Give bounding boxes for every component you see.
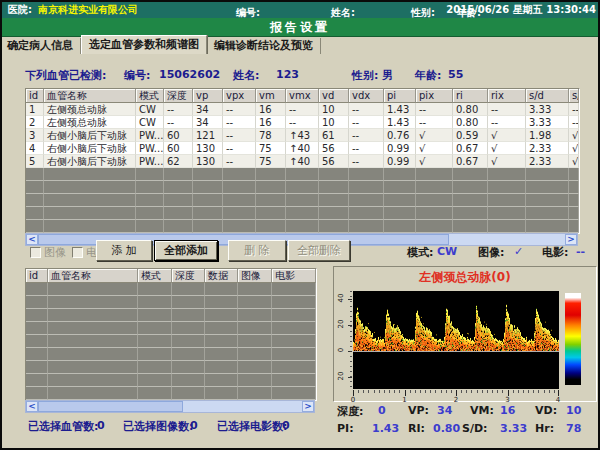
scroll-right-button[interactable]: > xyxy=(565,234,577,245)
cell: 34 xyxy=(193,103,223,116)
table-row[interactable]: 1左侧颈总动脉CW--34--16--10--1.43--0.80--3.33-… xyxy=(26,103,579,116)
empty-cell xyxy=(238,322,272,335)
column-header-深度: 深度 xyxy=(172,269,205,283)
scroll-thumb[interactable] xyxy=(38,401,183,412)
empty-cell xyxy=(205,335,238,348)
column-header-s/: s/ xyxy=(569,89,579,103)
empty-cell xyxy=(238,348,272,361)
cell: -- xyxy=(349,142,384,155)
cell: 5 xyxy=(26,155,44,168)
checkbox-cine[interactable] xyxy=(72,247,83,258)
cell: -- xyxy=(223,129,256,142)
empty-cell xyxy=(26,361,48,374)
cell: -- xyxy=(349,155,384,168)
scroll-right-button[interactable]: > xyxy=(302,401,314,412)
cell: -- xyxy=(569,116,579,129)
column-header-pix: pix xyxy=(416,89,453,103)
stat-label: VD: xyxy=(535,404,557,417)
empty-cell xyxy=(44,220,136,233)
empty-cell xyxy=(205,387,238,400)
column-header-id: id xyxy=(26,89,44,103)
empty-cell xyxy=(453,194,488,207)
patient-name-value: 123 xyxy=(276,68,299,81)
table-row[interactable]: 5右侧小脑后下动脉PW...62130--75↑4056--0.99√0.67√… xyxy=(26,155,579,168)
cell: 0.99 xyxy=(384,142,416,155)
column-header-pi: pi xyxy=(384,89,416,103)
add-all-button[interactable]: 全部添加 xyxy=(154,240,218,261)
gender-label: 性别: xyxy=(352,68,378,83)
empty-cell xyxy=(256,194,286,207)
empty-cell xyxy=(26,296,48,309)
cell: -- xyxy=(164,116,193,129)
cell: 左侧颈总动脉 xyxy=(44,116,136,129)
cell: 2.33 xyxy=(526,142,569,155)
scroll-left-button[interactable]: < xyxy=(26,234,38,245)
empty-cell xyxy=(26,322,48,335)
add-button[interactable]: 添 加 xyxy=(96,240,152,261)
cell: -- xyxy=(223,155,256,168)
cell: 4 xyxy=(26,142,44,155)
stat-value: 10 xyxy=(566,404,581,417)
page-title: 报告设置 xyxy=(270,20,330,34)
table-row[interactable]: 3右侧小脑后下动脉PW...60121--78↑4361--0.76√0.59√… xyxy=(26,129,579,142)
cell: -- xyxy=(569,103,579,116)
cell: 130 xyxy=(193,155,223,168)
cell: √ xyxy=(416,142,453,155)
empty-cell xyxy=(26,374,48,387)
empty-cell xyxy=(272,309,316,322)
tab-2[interactable]: 选定血管参数和频谱图 xyxy=(81,35,207,54)
empty-cell xyxy=(138,283,172,296)
status-cine-label: 电影: xyxy=(542,245,568,260)
selected-vessel-table: id血管名称模式深度数据图像电影 xyxy=(25,268,317,401)
status-cine-value: -- xyxy=(576,245,585,258)
empty-cell xyxy=(164,168,193,181)
column-header-图像: 图像 xyxy=(238,269,272,283)
detected-vessels-label: 下列血管已检测: xyxy=(25,68,106,83)
empty-cell xyxy=(26,220,44,233)
stat-label: Hr: xyxy=(535,422,554,435)
vessel-table-header-row: id血管名称模式深度vpvpxvmvmxvdvdxpipixririxs/ds/ xyxy=(26,89,579,103)
x-tick-label: 0 xyxy=(348,396,358,404)
cell: 34 xyxy=(193,116,223,129)
empty-cell xyxy=(205,361,238,374)
cell: 56 xyxy=(319,142,349,155)
column-header-vdx: vdx xyxy=(349,89,384,103)
cell: -- xyxy=(488,116,526,129)
column-header-vpx: vpx xyxy=(223,89,256,103)
empty-cell xyxy=(286,220,319,233)
table-row[interactable]: 4右侧小脑后下动脉PW...60130--75↑4056--0.99√0.67√… xyxy=(26,142,579,155)
empty-cell xyxy=(488,194,526,207)
stat-value: 0 xyxy=(378,404,386,417)
counter-value: 0 xyxy=(190,419,198,432)
table-row[interactable]: 2左侧颈总动脉CW--34--16--10--1.43--0.80--3.33-… xyxy=(26,116,579,129)
checkbox-image[interactable] xyxy=(30,247,41,258)
empty-cell xyxy=(44,194,136,207)
empty-cell xyxy=(384,207,416,220)
empty-row xyxy=(26,361,316,374)
x-tick-label: 3 xyxy=(503,396,513,404)
velocity-colorbar xyxy=(565,293,581,385)
empty-cell xyxy=(569,220,579,233)
cell: 3.33 xyxy=(526,103,569,116)
empty-cell xyxy=(26,309,48,322)
tab-3[interactable]: 编辑诊断结论及预览 xyxy=(207,38,321,54)
cell: ↑43 xyxy=(286,129,319,142)
empty-cell xyxy=(286,194,319,207)
cell: 60 xyxy=(164,129,193,142)
column-header-id: id xyxy=(26,269,48,283)
y-tick-mark xyxy=(348,351,352,352)
status-mode-label: 模式: xyxy=(407,245,433,260)
empty-cell xyxy=(26,181,44,194)
empty-cell xyxy=(223,181,256,194)
selected-table-hscrollbar[interactable]: <> xyxy=(25,400,315,413)
empty-cell xyxy=(272,335,316,348)
empty-row xyxy=(26,194,579,207)
cell: √ xyxy=(488,129,526,142)
empty-row xyxy=(26,348,316,361)
empty-cell xyxy=(138,348,172,361)
cell: 3.33 xyxy=(526,116,569,129)
tab-1[interactable]: 确定病人信息 xyxy=(0,38,81,54)
delete-all-button: 全部删除 xyxy=(288,240,350,261)
scroll-left-button[interactable]: < xyxy=(26,401,38,412)
empty-cell xyxy=(488,181,526,194)
